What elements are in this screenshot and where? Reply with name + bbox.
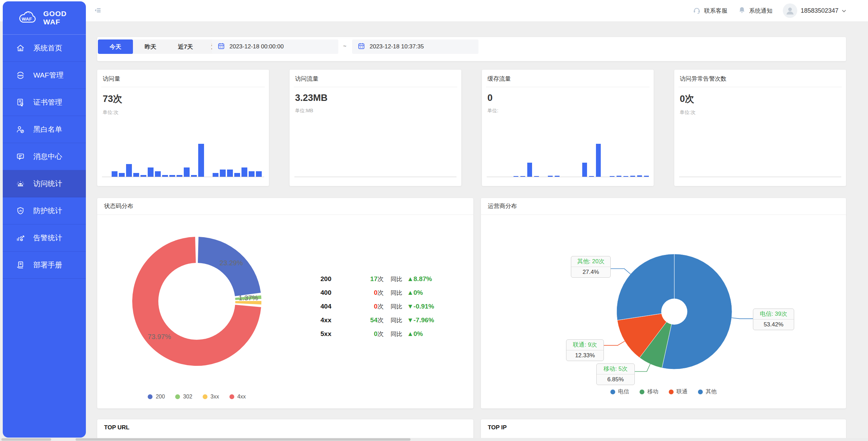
pie-callout-联通: 联通: 9次12.33% [566,339,604,361]
calendar-icon [358,42,365,51]
sidebar-item-2[interactable]: 证书管理 [3,89,86,116]
stat-card-0: 访问量73次单位:次 [97,70,269,186]
date-end-picker[interactable]: 2023-12-18 10:37:35 [352,39,478,54]
bar [184,167,190,177]
bar [148,167,154,177]
bar [177,175,182,177]
legend-item-其他[interactable]: 其他 [698,388,717,395]
bar [198,144,204,177]
date-start-picker[interactable]: 2023-12-18 00:00:00 [212,39,338,54]
home-icon [16,44,25,53]
sidebar-item-5[interactable]: 访问统计 [3,170,86,197]
bell-icon [738,6,746,15]
status-row-5xx: 5xx0次同比▲0% [320,327,434,341]
sidebar-item-label: WAF管理 [33,70,64,80]
message-icon [16,152,25,161]
stat-card-title: 访问异常告警次数 [674,70,846,87]
sidebar-item-0[interactable]: 系统首页 [3,35,86,62]
time-filter-bar: 今天昨天近7天近30天 2023-12-18 00:00:00 ~ 2023-1… [97,37,846,61]
stat-card-title: 访问流量 [290,70,461,87]
carrier-chart-legend: 电信移动联通其他 [481,388,846,395]
horizontal-scrollbar[interactable] [0,438,868,441]
sidebar-collapse-icon[interactable] [93,6,103,15]
sidebar-item-6[interactable]: 防护统计 [3,197,86,224]
bar [514,176,518,177]
bar [191,175,197,177]
legend-item-4xx[interactable]: 4xx [229,394,246,400]
sidebar-item-1[interactable]: wwwWAF管理 [3,62,86,89]
system-notice-button[interactable]: 系统通知 [738,6,773,15]
user-menu[interactable]: 18583502347 [783,3,846,18]
bar [126,164,132,177]
date-start-value: 2023-12-18 00:00:00 [229,43,284,50]
scrollbar-thumb[interactable] [76,438,410,441]
tab-今天[interactable]: 今天 [98,39,133,54]
alarm-icon [16,179,25,188]
legend-item-302[interactable]: 302 [175,394,192,400]
sidebar: WAF GOOD WAF 系统首页wwwWAF管理证书管理黑白名单消息中心访问统… [3,1,86,438]
www-icon: www [16,71,25,80]
sidebar-item-label: 部署手册 [33,260,62,270]
stat-card-unit: 单位:次 [103,109,263,116]
bar [520,176,525,177]
sidebar-item-8[interactable]: 部署手册 [3,252,86,279]
avatar [783,3,797,18]
legend-item-电信[interactable]: 电信 [610,388,629,395]
shield-icon [16,206,25,216]
user-phone: 18583502347 [801,7,838,14]
stat-card-1: 访问流量3.23MB单位:MB [290,70,461,186]
carrier-chart-body: 电信移动联通其他 电信: 39次53.42%移动: 5次6.85%联通: 9次1… [481,214,846,408]
status-row-4xx: 4xx54次同比▼-7.96% [320,313,434,327]
headset-icon [692,6,701,16]
stat-mini-bar-chart [679,138,841,177]
bar [249,171,255,177]
stat-card-value: 0 [487,93,648,103]
bar [169,175,175,177]
svg-text:1.37%: 1.37% [239,294,258,302]
header-actions: 联系客服 系统通知 18583502347 [692,0,846,21]
sidebar-item-3[interactable]: 黑白名单 [3,116,86,143]
pie-callout-电信: 电信: 39次53.42% [753,309,794,330]
stat-card-2: 缓存流量0单位: [482,70,654,186]
legend-item-联通[interactable]: 联通 [669,388,688,395]
svg-text:23.29%: 23.29% [219,259,243,267]
bar [213,173,218,177]
stat-card-unit: 单位:次 [680,109,841,116]
legend-item-200[interactable]: 200 [148,394,165,400]
tab-昨天[interactable]: 昨天 [133,39,168,54]
bar [644,176,649,177]
legend-item-3xx[interactable]: 3xx [203,394,219,400]
stat-card-title: 访问量 [97,70,269,87]
bar [162,175,168,177]
date-range-separator: ~ [343,43,346,49]
scrollbar-thumb[interactable] [1,438,51,441]
top-header: 联系客服 系统通知 18583502347 [0,0,868,22]
sidebar-item-label: 系统首页 [33,43,62,53]
stat-card-unit: 单位:MB [295,108,456,114]
system-notice-label: 系统通知 [749,7,773,15]
status-code-donut-chart[interactable]: 23.29%1.37%73.97% [97,214,351,393]
tab-近7天[interactable]: 近7天 [168,39,203,54]
bar [112,171,117,177]
contact-support-button[interactable]: 联系客服 [692,6,728,16]
app-name: GOOD WAF [43,10,67,26]
status-code-chart-card: 状态码分布 23.29%1.37%73.97% 20017次同比▲8.87%40… [97,198,473,408]
bar [596,144,601,177]
stat-card-value: 73次 [103,93,263,105]
bar [527,163,532,177]
carrier-pie-chart[interactable] [481,214,846,393]
top-url-title: TOP URL [97,419,473,436]
sidebar-item-label: 访问统计 [33,179,62,188]
legend-item-移动[interactable]: 移动 [640,388,658,395]
dashboard-page: 联系客服 系统通知 18583502347 WAF [0,0,868,441]
status-code-table: 20017次同比▲8.87%4000次同比▲0%4040次同比▼-0.91%4x… [320,272,434,341]
app-logo: WAF GOOD WAF [3,1,86,35]
bar [548,176,553,177]
stat-card-value: 0次 [680,93,841,105]
waf-cloud-logo-icon: WAF [16,9,38,26]
sidebar-item-label: 证书管理 [33,97,62,107]
sidebar-item-7[interactable]: 告警统计 [3,224,86,252]
sidebar-item-4[interactable]: 消息中心 [3,143,86,170]
bar [610,176,615,177]
chevron-down-icon [842,8,846,14]
